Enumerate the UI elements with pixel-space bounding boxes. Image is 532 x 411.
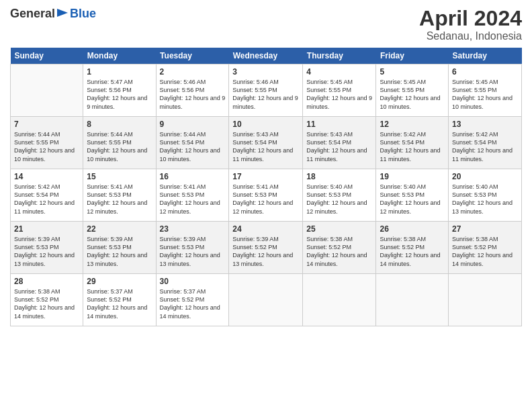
day-number: 25 xyxy=(306,224,372,234)
day-info: Sunrise: 5:39 AM Sunset: 5:53 PM Dayligh… xyxy=(87,235,152,268)
day-header-thursday: Thursday xyxy=(303,48,376,64)
day-number: 24 xyxy=(232,224,299,234)
calendar-cell: 18Sunrise: 5:40 AM Sunset: 5:53 PM Dayli… xyxy=(303,169,376,222)
calendar-cell xyxy=(449,274,522,326)
calendar-week-row: 14Sunrise: 5:42 AM Sunset: 5:54 PM Dayli… xyxy=(11,169,522,222)
day-number: 21 xyxy=(14,224,79,234)
day-info: Sunrise: 5:43 AM Sunset: 5:54 PM Dayligh… xyxy=(232,130,299,163)
day-info: Sunrise: 5:38 AM Sunset: 5:52 PM Dayligh… xyxy=(306,235,372,268)
day-number: 2 xyxy=(160,67,226,77)
calendar-container: General Blue April 2024 Sedanau, Indones… xyxy=(0,0,532,333)
day-header-tuesday: Tuesday xyxy=(156,48,229,64)
day-number: 28 xyxy=(14,277,79,286)
day-number: 29 xyxy=(87,277,152,286)
day-info: Sunrise: 5:44 AM Sunset: 5:55 PM Dayligh… xyxy=(87,130,152,163)
day-number: 1 xyxy=(87,67,152,77)
day-number: 3 xyxy=(232,67,299,77)
day-number: 16 xyxy=(160,172,226,181)
calendar-cell: 25Sunrise: 5:38 AM Sunset: 5:52 PM Dayli… xyxy=(303,222,376,274)
day-info: Sunrise: 5:38 AM Sunset: 5:52 PM Dayligh… xyxy=(14,287,79,320)
day-info: Sunrise: 5:46 AM Sunset: 5:55 PM Dayligh… xyxy=(232,78,299,111)
calendar-cell xyxy=(303,274,376,326)
day-info: Sunrise: 5:47 AM Sunset: 5:56 PM Dayligh… xyxy=(87,78,152,111)
day-number: 12 xyxy=(380,120,445,129)
calendar-cell: 9Sunrise: 5:44 AM Sunset: 5:54 PM Daylig… xyxy=(156,117,229,169)
day-number: 30 xyxy=(160,277,226,286)
day-info: Sunrise: 5:45 AM Sunset: 5:55 PM Dayligh… xyxy=(380,78,445,111)
day-header-saturday: Saturday xyxy=(449,48,522,64)
calendar-cell: 12Sunrise: 5:42 AM Sunset: 5:54 PM Dayli… xyxy=(376,117,449,169)
calendar-cell: 28Sunrise: 5:38 AM Sunset: 5:52 PM Dayli… xyxy=(11,274,83,326)
logo-general-text: General xyxy=(10,7,55,21)
calendar-cell: 24Sunrise: 5:39 AM Sunset: 5:52 PM Dayli… xyxy=(229,222,303,274)
calendar-cell xyxy=(11,64,83,117)
day-info: Sunrise: 5:39 AM Sunset: 5:53 PM Dayligh… xyxy=(160,235,226,268)
day-number: 14 xyxy=(14,172,79,181)
calendar-cell xyxy=(376,274,449,326)
day-number: 11 xyxy=(306,120,372,129)
calendar-week-row: 28Sunrise: 5:38 AM Sunset: 5:52 PM Dayli… xyxy=(11,274,522,326)
day-number: 19 xyxy=(380,172,445,181)
day-info: Sunrise: 5:44 AM Sunset: 5:54 PM Dayligh… xyxy=(160,130,226,163)
day-number: 20 xyxy=(452,172,518,181)
calendar-cell: 13Sunrise: 5:42 AM Sunset: 5:54 PM Dayli… xyxy=(449,117,522,169)
day-number: 5 xyxy=(380,67,445,77)
calendar-cell: 15Sunrise: 5:41 AM Sunset: 5:53 PM Dayli… xyxy=(83,169,156,222)
day-number: 7 xyxy=(14,120,79,129)
day-info: Sunrise: 5:38 AM Sunset: 5:52 PM Dayligh… xyxy=(452,235,518,268)
day-header-friday: Friday xyxy=(376,48,449,64)
day-info: Sunrise: 5:44 AM Sunset: 5:55 PM Dayligh… xyxy=(14,130,79,163)
day-info: Sunrise: 5:45 AM Sunset: 5:55 PM Dayligh… xyxy=(452,78,518,111)
day-number: 26 xyxy=(380,224,445,234)
header-area: General Blue April 2024 Sedanau, Indones… xyxy=(10,7,522,42)
day-number: 15 xyxy=(87,172,152,181)
calendar-cell: 27Sunrise: 5:38 AM Sunset: 5:52 PM Dayli… xyxy=(449,222,522,274)
day-number: 9 xyxy=(160,120,226,129)
day-info: Sunrise: 5:46 AM Sunset: 5:56 PM Dayligh… xyxy=(160,78,226,111)
calendar-cell: 3Sunrise: 5:46 AM Sunset: 5:55 PM Daylig… xyxy=(229,64,303,117)
calendar-cell: 20Sunrise: 5:40 AM Sunset: 5:53 PM Dayli… xyxy=(449,169,522,222)
day-number: 13 xyxy=(452,120,518,129)
calendar-week-row: 7Sunrise: 5:44 AM Sunset: 5:55 PM Daylig… xyxy=(11,117,522,169)
calendar-cell: 10Sunrise: 5:43 AM Sunset: 5:54 PM Dayli… xyxy=(229,117,303,169)
calendar-cell: 19Sunrise: 5:40 AM Sunset: 5:53 PM Dayli… xyxy=(376,169,449,222)
day-info: Sunrise: 5:39 AM Sunset: 5:53 PM Dayligh… xyxy=(14,235,79,268)
day-number: 22 xyxy=(87,224,152,234)
calendar-cell: 1Sunrise: 5:47 AM Sunset: 5:56 PM Daylig… xyxy=(83,64,156,117)
calendar-cell: 8Sunrise: 5:44 AM Sunset: 5:55 PM Daylig… xyxy=(83,117,156,169)
calendar-cell: 30Sunrise: 5:37 AM Sunset: 5:52 PM Dayli… xyxy=(156,274,229,326)
day-info: Sunrise: 5:42 AM Sunset: 5:54 PM Dayligh… xyxy=(452,130,518,163)
calendar-table: SundayMondayTuesdayWednesdayThursdayFrid… xyxy=(10,48,522,326)
day-number: 27 xyxy=(452,224,518,234)
logo-blue-text: Blue xyxy=(70,7,96,21)
calendar-cell: 4Sunrise: 5:45 AM Sunset: 5:55 PM Daylig… xyxy=(303,64,376,117)
day-info: Sunrise: 5:40 AM Sunset: 5:53 PM Dayligh… xyxy=(452,183,518,216)
day-info: Sunrise: 5:37 AM Sunset: 5:52 PM Dayligh… xyxy=(87,287,152,320)
calendar-cell: 7Sunrise: 5:44 AM Sunset: 5:55 PM Daylig… xyxy=(11,117,83,169)
day-info: Sunrise: 5:37 AM Sunset: 5:52 PM Dayligh… xyxy=(160,287,226,320)
calendar-cell: 11Sunrise: 5:43 AM Sunset: 5:54 PM Dayli… xyxy=(303,117,376,169)
day-info: Sunrise: 5:38 AM Sunset: 5:52 PM Dayligh… xyxy=(380,235,445,268)
calendar-cell: 22Sunrise: 5:39 AM Sunset: 5:53 PM Dayli… xyxy=(83,222,156,274)
day-header-wednesday: Wednesday xyxy=(229,48,303,64)
calendar-cell: 26Sunrise: 5:38 AM Sunset: 5:52 PM Dayli… xyxy=(376,222,449,274)
calendar-cell: 17Sunrise: 5:41 AM Sunset: 5:53 PM Dayli… xyxy=(229,169,303,222)
svg-marker-0 xyxy=(57,9,68,17)
days-header-row: SundayMondayTuesdayWednesdayThursdayFrid… xyxy=(11,48,522,64)
day-info: Sunrise: 5:42 AM Sunset: 5:54 PM Dayligh… xyxy=(380,130,445,163)
calendar-cell xyxy=(229,274,303,326)
day-info: Sunrise: 5:40 AM Sunset: 5:53 PM Dayligh… xyxy=(306,183,372,216)
day-info: Sunrise: 5:41 AM Sunset: 5:53 PM Dayligh… xyxy=(87,183,152,216)
day-info: Sunrise: 5:41 AM Sunset: 5:53 PM Dayligh… xyxy=(232,183,299,216)
calendar-cell: 6Sunrise: 5:45 AM Sunset: 5:55 PM Daylig… xyxy=(449,64,522,117)
logo-flag-icon xyxy=(56,7,69,21)
day-header-monday: Monday xyxy=(83,48,156,64)
day-info: Sunrise: 5:45 AM Sunset: 5:55 PM Dayligh… xyxy=(306,78,372,111)
calendar-week-row: 21Sunrise: 5:39 AM Sunset: 5:53 PM Dayli… xyxy=(11,222,522,274)
day-number: 10 xyxy=(232,120,299,129)
calendar-cell: 5Sunrise: 5:45 AM Sunset: 5:55 PM Daylig… xyxy=(376,64,449,117)
day-number: 4 xyxy=(306,67,372,77)
logo: General Blue xyxy=(10,7,96,21)
title-area: April 2024 Sedanau, Indonesia xyxy=(419,7,522,42)
calendar-week-row: 1Sunrise: 5:47 AM Sunset: 5:56 PM Daylig… xyxy=(11,64,522,117)
